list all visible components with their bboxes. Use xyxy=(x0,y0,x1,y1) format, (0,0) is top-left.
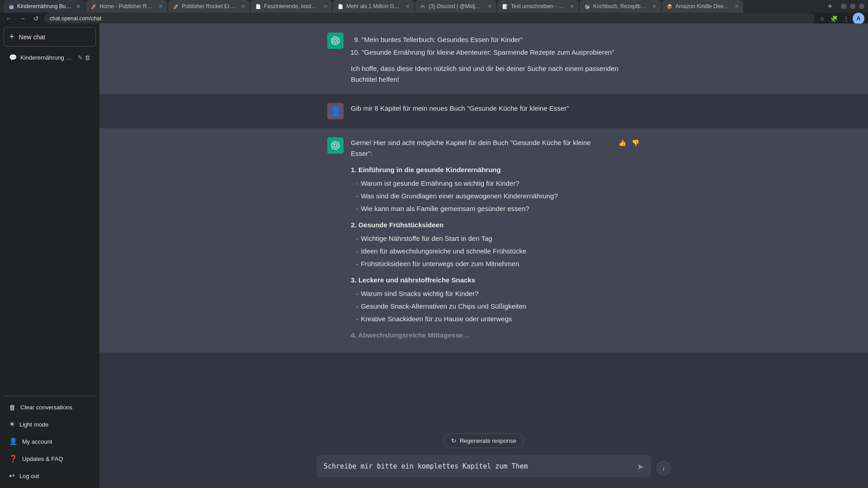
profile-button[interactable]: A xyxy=(853,13,864,24)
tab-close-icon[interactable]: ✕ xyxy=(241,4,245,9)
clear-icon: 🗑 xyxy=(9,404,16,411)
chapters-list: 1. Einführung in die gesunde Kinderernäh… xyxy=(351,164,610,341)
plus-icon: + xyxy=(9,32,14,42)
tab-close-icon[interactable]: ✕ xyxy=(570,4,574,9)
browser-tab-tab1[interactable]: 🤖Kinderernährung Buc…✕ xyxy=(4,0,85,13)
new-chat-label: New chat xyxy=(19,33,45,41)
list-item: Frühstücksideen für unterwegs oder zum M… xyxy=(356,258,610,269)
browser-tab-tab6[interactable]: 🎮(3) Discord | @Midjo…✕ xyxy=(415,0,496,13)
send-button[interactable]: ➤ xyxy=(635,460,646,474)
sidebar-item-label: Light mode xyxy=(19,421,48,428)
browser-tab-tab4[interactable]: 📄Faszinierende, kosten…✕ xyxy=(250,0,332,13)
tab-close-icon[interactable]: ✕ xyxy=(323,4,327,9)
new-tab-button[interactable]: + xyxy=(824,0,836,13)
logout-icon: ↩ xyxy=(9,472,15,480)
main-content: "Mein buntes Tellerbuch: Gesundes Essen … xyxy=(99,23,868,488)
sidebar-item-account[interactable]: 👤My account xyxy=(4,433,96,450)
chapter-bullets: Wichtige Nährstoffe für den Start in den… xyxy=(351,233,610,269)
list-item: Gesunde Snack-Alternativen zu Chips und … xyxy=(356,301,610,312)
browser-tab-tab3[interactable]: 🚀Publisher Rocket Erf…✕ xyxy=(168,0,250,13)
browser-tab-tab2[interactable]: 🚀Home - Publisher Ro…✕ xyxy=(86,0,167,13)
tab-close-icon[interactable]: ✕ xyxy=(735,4,739,9)
tab-label: Home - Publisher Ro… xyxy=(99,3,154,9)
chat-input[interactable] xyxy=(316,455,651,478)
tab-close-icon[interactable]: ✕ xyxy=(76,4,80,9)
tab-favicon: 📦 xyxy=(666,3,673,9)
forward-button[interactable]: → xyxy=(17,13,28,24)
tab-close-icon[interactable]: ✕ xyxy=(406,4,410,9)
back-button[interactable]: ← xyxy=(4,13,14,24)
edit-icon[interactable]: ✎ xyxy=(78,54,83,61)
app-container: + New chat 💬 Kinderernährung Buchti ✎ 🗑 … xyxy=(0,23,868,488)
sidebar-item-clear[interactable]: 🗑Clear conversations xyxy=(4,399,96,416)
regenerate-button[interactable]: ↻ Regenerate response xyxy=(443,433,524,448)
chapter-section: 3. Leckere und nährstoffreiche SnacksWar… xyxy=(351,275,610,324)
list-item: Warum sind Snacks wichtig für Kinder? xyxy=(356,288,610,299)
sidebar-item-label: My account xyxy=(22,438,52,445)
extensions-button[interactable]: 🧩 xyxy=(829,14,839,23)
message-actions: 👍 👎 xyxy=(618,138,640,147)
tab-bar: 🤖Kinderernährung Buc…✕🚀Home - Publisher … xyxy=(0,0,868,13)
address-bar: ← → ↺ chat.openai.com/chat ☆ 🧩 ⋮ A xyxy=(0,13,868,24)
scroll-down-button[interactable]: ↓ xyxy=(656,461,671,475)
list-item: "Gesunde Ernährung für kleine Abenteurer… xyxy=(362,47,640,58)
tab-favicon: 🚀 xyxy=(173,3,179,9)
sidebar-item-updates[interactable]: ❓Updates & FAQ xyxy=(4,450,96,467)
sidebar-item-label: Updates & FAQ xyxy=(22,455,63,462)
browser-tab-tab5[interactable]: 📄Mehr als 1 Million Gr…✕ xyxy=(333,0,414,13)
chapters-message-content: Gerne! Hier sind acht mögliche Kapitel f… xyxy=(351,137,610,343)
list-item: Kreative Snackideen für zu Hause oder un… xyxy=(356,314,610,324)
list-item: Ideen für abwechslungsreiche und schnell… xyxy=(356,246,610,257)
browser-tab-tab8[interactable]: 📚Kochbuch, Rezeptbü…✕ xyxy=(580,0,661,13)
tab-close-icon[interactable]: ✕ xyxy=(652,4,656,9)
maximize-button[interactable] xyxy=(850,4,855,9)
url-bar[interactable]: chat.openai.com/chat xyxy=(44,13,815,24)
browser-tab-tab7[interactable]: 📝Text umschreiben - B…✕ xyxy=(497,0,579,13)
list-item: Warum ist gesunde Ernährung so wichtig f… xyxy=(356,178,610,189)
chapters-intro-text: Gerne! Hier sind acht mögliche Kapitel f… xyxy=(351,137,610,159)
sidebar-item-logout[interactable]: ↩Log out xyxy=(4,467,96,484)
tab-label: Text umschreiben - B… xyxy=(511,3,566,9)
more-button[interactable]: ⋮ xyxy=(841,14,851,23)
chapter-header: 4. Abwechslungsreiche Mittagesse… xyxy=(351,330,610,341)
list-item: Wie kann man als Familie gemeinsam gesün… xyxy=(356,203,610,214)
tab-label: Publisher Rocket Erf… xyxy=(182,3,236,9)
tab-favicon: 📚 xyxy=(584,3,590,9)
user-message-content: Gib mir 8 Kapitel für mein neues Buch "G… xyxy=(351,103,640,114)
regenerate-label: Regenerate response xyxy=(460,437,516,444)
tab-favicon: 📄 xyxy=(255,3,261,9)
chat-item-kinderernährung[interactable]: 💬 Kinderernährung Buchti ✎ 🗑 xyxy=(4,50,96,65)
close-button[interactable] xyxy=(859,4,864,9)
message-block-chapters: Gerne! Hier sind acht mögliche Kapitel f… xyxy=(99,128,868,352)
browser-tab-tab9[interactable]: 📦Amazon Kindle Direc…✕ xyxy=(662,0,743,13)
thumbdown-button[interactable]: 👎 xyxy=(631,138,640,147)
message-content-list: "Mein buntes Tellerbuch: Gesundes Essen … xyxy=(351,33,640,85)
tab-close-icon[interactable]: ✕ xyxy=(159,4,163,9)
chapter-section: 1. Einführung in die gesunde Kinderernäh… xyxy=(351,164,610,214)
chat-area: "Mein buntes Tellerbuch: Gesundes Essen … xyxy=(99,23,868,450)
message-inner: "Mein buntes Tellerbuch: Gesundes Essen … xyxy=(316,33,651,85)
tab-label: Faszinierende, kosten… xyxy=(264,3,319,9)
minimize-button[interactable] xyxy=(841,4,846,9)
thumbup-button[interactable]: 👍 xyxy=(618,138,627,147)
message-block-list: "Mein buntes Tellerbuch: Gesundes Essen … xyxy=(99,23,868,94)
user-avatar: 👤 xyxy=(327,103,344,119)
sidebar-divider xyxy=(4,396,96,396)
ai-avatar-2 xyxy=(327,137,344,154)
reload-button[interactable]: ↺ xyxy=(31,13,42,24)
user-message-inner: 👤 Gib mir 8 Kapitel für mein neues Buch … xyxy=(316,103,651,119)
tab-favicon: 🤖 xyxy=(8,3,14,9)
tab-label: Kochbuch, Rezeptbü… xyxy=(593,3,648,9)
browser-chrome: 🤖Kinderernährung Buc…✕🚀Home - Publisher … xyxy=(0,0,868,23)
chat-icon: 💬 xyxy=(9,54,17,61)
chat-item-label: Kinderernährung Buchti xyxy=(20,54,74,61)
tab-label: Kinderernährung Buc… xyxy=(17,3,72,9)
bookmark-button[interactable]: ☆ xyxy=(817,14,827,23)
top-numbered-list: "Mein buntes Tellerbuch: Gesundes Essen … xyxy=(351,34,640,58)
tab-close-icon[interactable]: ✕ xyxy=(488,4,492,9)
input-wrapper: ↻ Regenerate response ➤ ↓ xyxy=(316,455,651,479)
sidebar-item-light[interactable]: ☀Light mode xyxy=(4,416,96,433)
delete-icon[interactable]: 🗑 xyxy=(85,54,90,61)
new-chat-button[interactable]: + New chat xyxy=(4,27,96,47)
chapter-bullets: Warum ist gesunde Ernährung so wichtig f… xyxy=(351,178,610,214)
